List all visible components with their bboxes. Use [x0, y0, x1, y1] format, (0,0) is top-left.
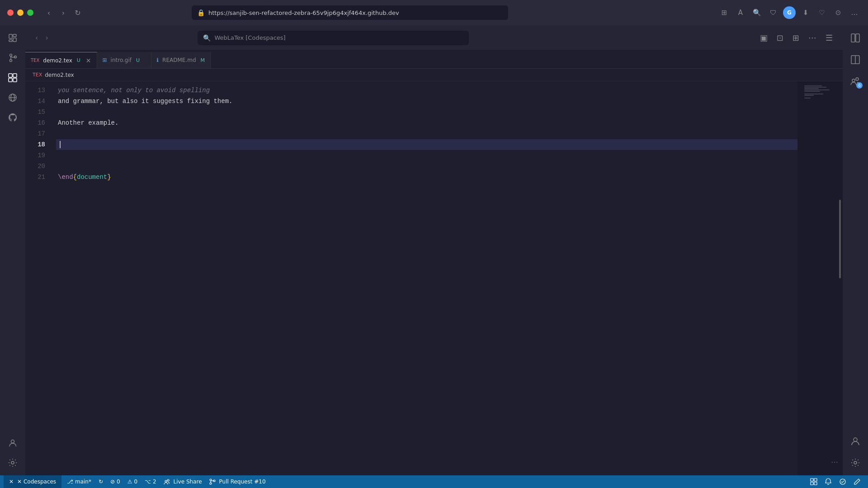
status-notifications[interactable]: [821, 478, 835, 485]
sidebar-item-accounts[interactable]: [4, 434, 22, 452]
status-right-actions: [807, 478, 864, 485]
svg-rect-10: [9, 78, 12, 82]
maximize-button[interactable]: [27, 9, 33, 16]
history-icon[interactable]: ⊙: [832, 6, 844, 19]
traffic-lights: [7, 9, 33, 16]
code-content[interactable]: you sentence, not only to avoid spelling…: [52, 81, 797, 475]
activity-bar: [0, 25, 25, 475]
status-codespaces[interactable]: ✕ ✕ Codespaces: [4, 475, 61, 488]
zoom-icon[interactable]: 🔍: [750, 6, 763, 19]
extensions-icon[interactable]: ⊞: [718, 6, 731, 19]
svg-point-15: [11, 440, 14, 443]
hamburger-menu-icon[interactable]: ☰: [823, 31, 835, 44]
svg-point-5: [10, 60, 12, 62]
forward-button[interactable]: ›: [57, 6, 70, 19]
code-line-18: [56, 139, 797, 150]
live-share-icon[interactable]: 6: [846, 72, 864, 90]
reload-button[interactable]: ↻: [71, 6, 84, 19]
address-bar[interactable]: 🔒 https://sanjib-sen-refactored-zebra-65…: [192, 5, 508, 20]
minimap: ⋯: [797, 81, 843, 475]
status-remote-explorer[interactable]: [807, 478, 821, 485]
status-check[interactable]: [835, 478, 850, 485]
code-line-21: \end{document}: [56, 172, 797, 183]
shield-icon[interactable]: 🛡: [767, 6, 779, 19]
sidebar-item-explorer[interactable]: [4, 29, 22, 47]
remote-count: 2: [153, 479, 156, 485]
toggle-panel-icon[interactable]: ⊡: [774, 31, 786, 44]
command-palette-text: WebLaTex [Codespaces]: [214, 34, 285, 41]
split-editor-right-icon[interactable]: [846, 51, 864, 69]
back-button[interactable]: ‹: [42, 6, 55, 19]
status-branch[interactable]: ⎇ main*: [63, 475, 95, 488]
error-count: 0: [117, 479, 120, 485]
tab-name-readme: README.md: [162, 57, 196, 63]
code-line-17: [56, 128, 797, 139]
profile-avatar[interactable]: G: [783, 6, 796, 19]
codespaces-label: ✕ Codespaces: [17, 479, 56, 485]
tex-breadcrumb-icon: TEX: [33, 72, 42, 78]
more-menu-icon[interactable]: …: [848, 6, 861, 19]
sidebar-item-github[interactable]: [4, 108, 22, 127]
status-sync[interactable]: ↻: [95, 475, 107, 488]
settings-icon-right[interactable]: [846, 454, 864, 472]
sidebar-item-source-control[interactable]: [4, 49, 22, 67]
tab-close-demo2[interactable]: ✕: [86, 57, 91, 64]
browser-nav: ‹ › ↻: [42, 6, 84, 19]
svg-rect-32: [814, 479, 817, 481]
branch-label: main*: [75, 479, 91, 485]
svg-rect-8: [9, 74, 12, 77]
svg-rect-11: [13, 78, 17, 82]
svg-point-35: [840, 479, 845, 484]
downloads-icon[interactable]: ⬇: [799, 6, 812, 19]
svg-rect-3: [9, 40, 12, 42]
sidebar-item-extensions[interactable]: [4, 69, 22, 87]
minimize-button[interactable]: [17, 9, 24, 16]
status-errors[interactable]: ⊘ 0: [107, 475, 124, 488]
vscode-layout: ‹ › 🔍 WebLaTex [Codespaces] ▣ ⊡ ⊞ ⋯ ☰ TE…: [0, 25, 868, 475]
bookmark-icon[interactable]: ♡: [816, 6, 828, 19]
info-icon: ℹ: [157, 57, 159, 63]
sidebar-item-remote[interactable]: [4, 89, 22, 107]
status-pull-request[interactable]: Pull Request #10: [206, 475, 269, 488]
tex-icon: TEX: [31, 58, 39, 63]
status-edit[interactable]: [850, 478, 864, 485]
status-warnings[interactable]: ⚠ 0: [124, 475, 141, 488]
svg-rect-34: [814, 482, 817, 485]
error-icon: ⊘: [110, 479, 115, 485]
tab-introgif[interactable]: ⊞ intro.gif U: [97, 52, 151, 68]
tab-readmemd[interactable]: ℹ README.md M: [151, 52, 211, 68]
sidebar-item-settings[interactable]: [4, 454, 22, 472]
diff-view-icon[interactable]: [846, 29, 864, 47]
tab-name-demo2: demo2.tex: [43, 57, 72, 64]
close-button[interactable]: [7, 9, 14, 16]
warning-icon: ⚠: [127, 479, 132, 485]
minimap-dots: ⋯: [831, 458, 839, 466]
line-numbers: 13 14 15 16 17 18 19 20 21: [25, 81, 52, 475]
right-sidebar: 6: [843, 25, 868, 475]
tab-demo2tex[interactable]: TEX demo2.tex U ✕: [25, 52, 97, 68]
svg-point-24: [854, 461, 857, 464]
toggle-primary-sidebar-icon[interactable]: ▣: [757, 31, 770, 44]
editor-forward-button[interactable]: ›: [42, 32, 51, 44]
more-actions-icon[interactable]: ⋯: [806, 31, 819, 44]
svg-point-26: [167, 479, 169, 481]
remote-icon: ⌥: [145, 479, 151, 485]
url-text: https://sanjib-sen-refactored-zebra-65v9…: [208, 9, 399, 16]
editor-header: ‹ › 🔍 WebLaTex [Codespaces] ▣ ⊡ ⊞ ⋯ ☰: [25, 25, 843, 51]
account-icon[interactable]: [846, 432, 864, 450]
code-line-14: and grammar, but also it suggests fixing…: [56, 96, 797, 107]
minimap-scrollbar[interactable]: [839, 200, 841, 278]
minimap-content: [804, 85, 836, 99]
editor-back-button[interactable]: ‹: [33, 32, 41, 44]
command-palette[interactable]: 🔍 WebLaTex [Codespaces]: [198, 31, 469, 45]
tab-badge-intro: U: [136, 57, 140, 63]
status-live-share[interactable]: Live Share: [160, 475, 206, 488]
sync-icon: ↻: [99, 479, 103, 485]
code-editor[interactable]: 13 14 15 16 17 18 19 20 21 you sentence,…: [25, 81, 843, 475]
status-remote[interactable]: ⌥ 2: [141, 475, 160, 488]
live-share-label: Live Share: [174, 479, 202, 485]
browser-actions: ⊞ A 🔍 🛡 G ⬇ ♡ ⊙ …: [718, 6, 861, 19]
svg-rect-17: [851, 34, 855, 42]
font-icon[interactable]: A: [734, 6, 747, 19]
split-editor-icon[interactable]: ⊞: [790, 31, 802, 44]
